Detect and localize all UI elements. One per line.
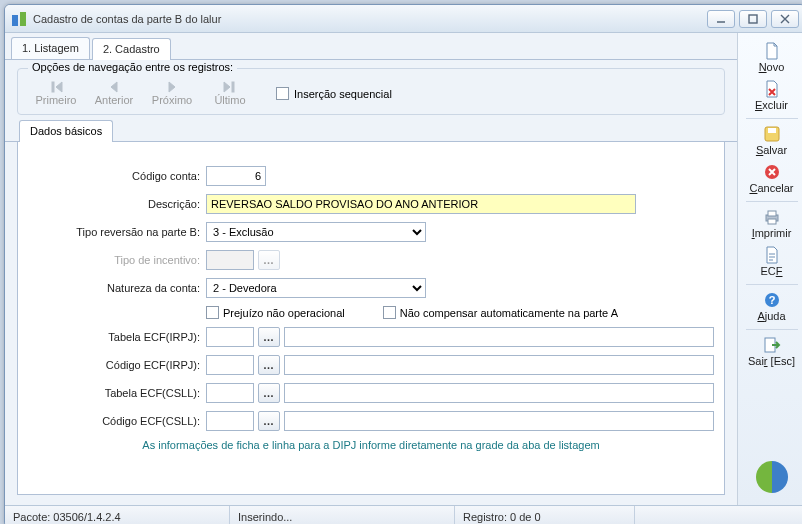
delete-file-icon [742,80,802,98]
maximize-button[interactable] [739,10,767,28]
tab-listagem[interactable]: 1. Listagem [11,37,90,59]
novo-label: NNovoovo [759,61,785,73]
prejuizo-label: Prejuízo não operacional [223,307,345,319]
natureza-label: Natureza da conta: [26,282,206,294]
svg-rect-0 [12,15,18,26]
tabela-ecf-csll-display [284,383,714,403]
nav-last-label: Último [214,94,245,106]
ajuda-button[interactable]: ? Ajuda [742,288,802,326]
row-codigo-ecf-csll: Código ECF(CSLL): … [26,411,716,431]
codigo-ecf-csll-display [284,411,714,431]
row-descricao: Descrição: [26,194,716,214]
codigo-ecf-irpj-label: Código ECF(IRPJ): [26,359,206,371]
cancel-icon [742,163,802,181]
imprimir-button[interactable]: Imprimir [742,205,802,243]
right-toolbar: NNovoovo Excluir Salvar Cancelar Imprimi… [737,33,802,505]
nav-last-button[interactable]: Último [202,81,258,106]
natureza-select[interactable]: 2 - Devedora [206,278,426,298]
statusbar: Pacote: 03506/1.4.2.4 Inserindo... Regis… [5,505,802,524]
salvar-button[interactable]: Salvar [742,122,802,160]
row-tabela-ecf-csll: Tabela ECF(CSLL): … [26,383,716,403]
tabela-ecf-csll-lookup-button[interactable]: … [258,383,280,403]
prev-icon [86,81,142,93]
nav-first-label: Primeiro [36,94,77,106]
row-tipo-incentivo: Tipo de incentivo: … [26,250,716,270]
codigo-conta-label: Código conta: [26,170,206,182]
codigo-ecf-csll-lookup-button[interactable]: … [258,411,280,431]
svg-text:?: ? [768,294,775,306]
codigo-ecf-irpj-lookup-button[interactable]: … [258,355,280,375]
imprimir-label: Imprimir [752,227,792,239]
close-button[interactable] [771,10,799,28]
tipo-incentivo-lookup-button: … [258,250,280,270]
descricao-input[interactable] [206,194,636,214]
row-checkboxes: Prejuízo não operacional Não compensar a… [26,306,716,319]
toolbar-separator [746,329,798,330]
form-pane: Código conta: Descrição: Tipo reversão n… [17,142,725,495]
tab-dados-basicos[interactable]: Dados básicos [19,120,113,142]
main-area: 1. Listagem 2. Cadastro Opções de navega… [5,33,737,505]
nav-prev-button[interactable]: Anterior [86,81,142,106]
sequential-insert-checkbox[interactable] [276,87,289,100]
prejuizo-checkbox[interactable] [206,306,219,319]
tabela-ecf-irpj-input[interactable] [206,327,254,347]
codigo-ecf-irpj-input[interactable] [206,355,254,375]
tab-dados-basicos-label: Dados básicos [30,125,102,137]
tabela-ecf-csll-label: Tabela ECF(CSLL): [26,387,206,399]
ecf-button[interactable]: ECF [742,243,802,281]
status-modo: Inserindo... [230,506,455,524]
ellipsis-icon: … [263,254,275,266]
nav-next-button[interactable]: Próximo [144,81,200,106]
minimize-button[interactable] [707,10,735,28]
tipo-reversao-label: Tipo reversão na parte B: [26,226,206,238]
excluir-button[interactable]: Excluir [742,77,802,115]
codigo-ecf-irpj-display [284,355,714,375]
sequential-insert-wrap: Inserção sequencial [276,87,392,100]
tipo-reversao-select[interactable]: 3 - Exclusão [206,222,426,242]
status-empty [635,506,802,524]
svg-rect-2 [749,15,757,23]
titlebar: Cadastro de contas da parte B do lalur [5,5,802,33]
status-registro: Registro: 0 de 0 [455,506,635,524]
inner-tabs: Dados básicos [5,119,737,142]
tab-listagem-label: 1. Listagem [22,42,79,54]
ellipsis-icon: … [263,331,275,343]
save-icon [742,125,802,143]
tab-cadastro[interactable]: 2. Cadastro [92,38,171,60]
codigo-conta-input[interactable] [206,166,266,186]
row-natureza: Natureza da conta: 2 - Devedora [26,278,716,298]
cancelar-button[interactable]: Cancelar [742,160,802,198]
record-nav-row: Primeiro Anterior Próximo Último [28,81,714,106]
nav-first-button[interactable]: Primeiro [28,81,84,106]
codigo-ecf-csll-input[interactable] [206,411,254,431]
last-icon [202,81,258,93]
sair-label: Sair [Esc] [748,355,795,367]
help-icon: ? [742,291,802,309]
excluir-label: Excluir [755,99,788,111]
row-codigo-ecf-irpj: Código ECF(IRPJ): … [26,355,716,375]
document-icon [742,246,802,264]
novo-button[interactable]: NNovoovo [742,39,802,77]
toolbar-separator [746,284,798,285]
app-icon [11,11,27,27]
svg-rect-9 [768,211,776,216]
new-file-icon [742,42,802,60]
tabela-ecf-csll-input[interactable] [206,383,254,403]
tab-cadastro-label: 2. Cadastro [103,43,160,55]
tipo-incentivo-input [206,250,254,270]
nao-compensar-checkbox[interactable] [383,306,396,319]
ajuda-label: Ajuda [757,310,785,322]
tipo-incentivo-label: Tipo de incentivo: [26,254,206,266]
first-icon [28,81,84,93]
body-row: 1. Listagem 2. Cadastro Opções de navega… [5,33,802,505]
descricao-label: Descrição: [26,198,206,210]
sair-button[interactable]: Sair [Esc] [742,333,802,371]
toolbar-separator [746,201,798,202]
tabela-ecf-irpj-lookup-button[interactable]: … [258,327,280,347]
tabs-top: 1. Listagem 2. Cadastro [5,37,737,60]
window-title: Cadastro de contas da parte B do lalur [33,13,707,25]
next-icon [144,81,200,93]
cancelar-label: Cancelar [749,182,793,194]
svg-rect-1 [20,12,26,26]
app-window: Cadastro de contas da parte B do lalur 1… [4,4,802,524]
